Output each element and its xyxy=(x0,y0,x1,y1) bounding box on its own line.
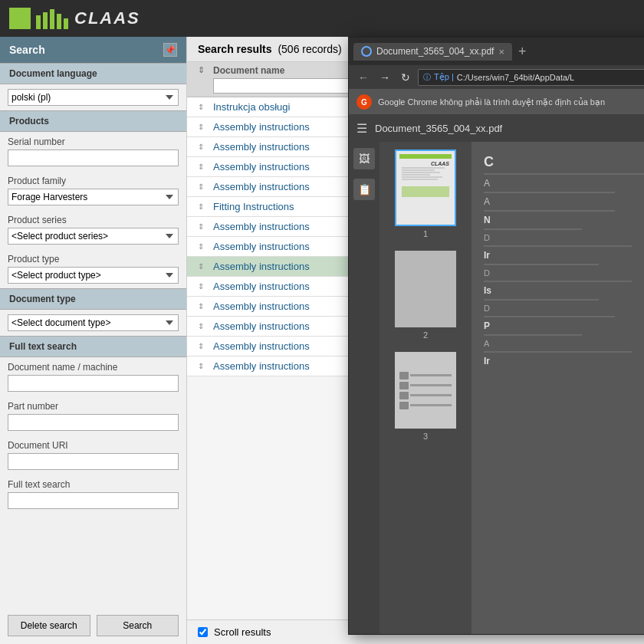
doc-name-machine-field: Document name / machine xyxy=(0,357,186,396)
search-panel-header: Search 📌 xyxy=(0,37,186,63)
product-series-label: Product series xyxy=(8,215,179,225)
pdf-divider xyxy=(484,173,644,175)
pdf-thumb-item-2: 2 xyxy=(395,251,456,340)
logo-bar-4 xyxy=(57,14,61,29)
logo-bar-2 xyxy=(43,12,48,29)
document-type-select[interactable]: <Select document type> xyxy=(8,314,179,331)
pdf-url-info-icon: ⓘ xyxy=(423,72,431,83)
results-title: Search results xyxy=(198,43,272,55)
pdf-menu-icon[interactable]: ☰ xyxy=(356,121,367,136)
doc-uri-input[interactable] xyxy=(8,453,179,470)
product-family-select[interactable]: Forage Harvesters xyxy=(8,189,179,205)
pdf-notification: G Google Chrome không phải là trình duyệ… xyxy=(349,90,644,114)
pdf-label-D3: D xyxy=(484,304,644,313)
pdf-content-lines: C A A N D Ir xyxy=(484,154,644,366)
row-sort-icon: ⇕ xyxy=(198,262,213,271)
pdf-divider xyxy=(484,299,599,301)
product-series-field: Product series <Select product series> xyxy=(0,210,186,249)
pdf-layers-icon[interactable]: 📋 xyxy=(353,179,375,200)
pdf-thumb-label-2: 2 xyxy=(423,330,428,340)
pdf-main-area: C A A N D Ir xyxy=(472,142,644,634)
pdf-nav-bar: ← → ↻ ⓘ Tệp | C:/Users/win7_64bit/AppDat… xyxy=(349,65,644,90)
pdf-thumb-item-3: 3 xyxy=(395,352,456,441)
pdf-divider xyxy=(484,245,632,247)
row-sort-icon: ⇕ xyxy=(198,103,213,111)
search-button[interactable]: Search xyxy=(97,615,179,636)
part-number-input[interactable] xyxy=(8,414,179,431)
full-text-search-input[interactable] xyxy=(8,492,179,509)
pdf-tab-close-icon[interactable]: × xyxy=(498,46,504,58)
pdf-main-view: C A A N D Ir xyxy=(472,142,644,634)
row-sort-icon: ⇕ xyxy=(198,143,213,151)
doc-language-select[interactable]: polski (pl) xyxy=(8,89,179,106)
pdf-notification-text: Google Chrome không phải là trình duyệt … xyxy=(378,97,605,107)
full-text-search-field: Full text search xyxy=(0,475,186,514)
part-number-field: Part number xyxy=(0,396,186,435)
product-family-field: Product family Forage Harvesters xyxy=(0,171,186,210)
pdf-divider xyxy=(484,351,632,353)
pdf-content: 🖼 📋 CLAAS xyxy=(349,142,644,634)
pdf-url-prefix: Tệp | xyxy=(434,72,454,82)
main-layout: Search 📌 Document language polski (pl) P… xyxy=(0,37,644,644)
row-sort-icon: ⇕ xyxy=(198,182,213,191)
row-sort-icon: ⇕ xyxy=(198,222,213,231)
doc-uri-field: Document URI xyxy=(0,435,186,475)
product-type-select[interactable]: <Select product type> xyxy=(8,267,179,284)
pdf-page-content: C A A N D Ir xyxy=(479,150,644,371)
pdf-viewer-title: Document_3565_004_xx.pdf xyxy=(375,123,639,134)
pdf-thumbnail-3[interactable] xyxy=(395,352,456,429)
pdf-refresh-button[interactable]: ↻ xyxy=(398,70,413,85)
document-type-section: Document type xyxy=(0,288,186,310)
pdf-forward-button[interactable]: → xyxy=(376,70,393,85)
product-type-label: Product type xyxy=(8,254,179,264)
logo-bar-3 xyxy=(50,9,54,29)
row-sort-icon: ⇕ xyxy=(198,282,213,291)
pdf-thumb-label-1: 1 xyxy=(423,229,428,238)
pdf-url-text: C:/Users/win7_64bit/AppData/L xyxy=(457,73,574,82)
pdf-back-button[interactable]: ← xyxy=(355,70,372,85)
pdf-tab-title: Document_3565_004_xx.pdf xyxy=(376,46,494,57)
pdf-divider xyxy=(484,281,632,282)
pdf-thumbnail-2[interactable] xyxy=(395,251,456,327)
doc-name-machine-input[interactable] xyxy=(8,375,179,392)
row-sort-icon: ⇕ xyxy=(198,342,213,350)
products-section: Products xyxy=(0,110,186,132)
pdf-label-Ir2: Ir xyxy=(484,356,644,366)
pdf-tab[interactable]: Document_3565_004_xx.pdf × xyxy=(353,43,512,61)
row-sort-icon: ⇕ xyxy=(198,242,213,251)
full-text-search-label: Full text search xyxy=(8,479,179,490)
claas-logo-text: CLAAS xyxy=(74,8,140,28)
results-count: (506 records) xyxy=(278,43,341,55)
doc-uri-label: Document URI xyxy=(8,440,179,451)
pdf-bookmarks-icon[interactable]: 🖼 xyxy=(353,148,375,169)
bottom-buttons: Delete search Search xyxy=(0,607,186,644)
pdf-tab-new-icon[interactable]: + xyxy=(515,44,530,60)
pdf-label-D2: D xyxy=(484,268,644,278)
pdf-thumb-label-3: 3 xyxy=(423,432,428,441)
logo-bars xyxy=(9,8,68,29)
sort-icon: ⇕ xyxy=(198,65,213,94)
claas-logo: CLAAS xyxy=(9,8,140,29)
pdf-label-Is: Is xyxy=(484,285,644,296)
pdf-divider xyxy=(484,264,599,265)
logo-bar-1 xyxy=(36,15,41,29)
document-type-field: <Select document type> xyxy=(0,310,186,336)
product-family-label: Product family xyxy=(8,176,179,186)
panel-pin-icon[interactable]: 📌 xyxy=(163,43,177,57)
product-series-select[interactable]: <Select product series> xyxy=(8,228,179,245)
left-panel: Search 📌 Document language polski (pl) P… xyxy=(0,37,187,644)
pdf-thumbnail-1[interactable]: CLAAS xyxy=(395,150,456,226)
pdf-divider xyxy=(484,316,615,317)
serial-number-input[interactable] xyxy=(8,150,179,166)
thumb3-grid xyxy=(396,369,455,412)
pdf-globe-icon xyxy=(361,46,372,57)
pdf-label-D1: D xyxy=(484,233,644,242)
doc-language-section: Document language xyxy=(0,63,186,84)
delete-search-button[interactable]: Delete search xyxy=(8,615,90,636)
pdf-url-bar[interactable]: ⓘ Tệp | C:/Users/win7_64bit/AppData/L xyxy=(418,69,644,86)
pdf-thumb-item-1: CLAAS 1 xyxy=(395,150,456,238)
logo-square xyxy=(9,8,31,29)
logo-bar-5 xyxy=(64,18,68,29)
scroll-results-checkbox[interactable] xyxy=(198,627,208,637)
pdf-viewer-header: ☰ Document_3565_004_xx.pdf 1 xyxy=(349,114,644,142)
